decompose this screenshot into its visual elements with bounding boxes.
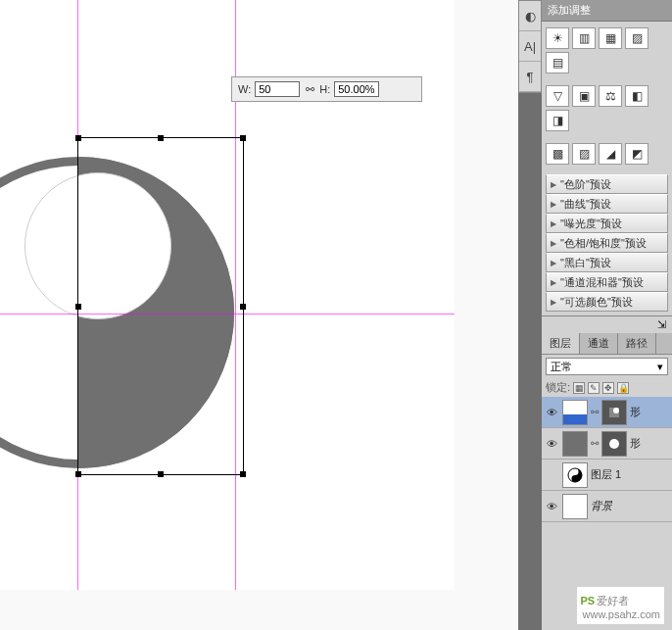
photofilter-icon[interactable]: ◧ (625, 85, 648, 107)
watermark-url: www.psahz.com (583, 608, 660, 620)
height-label: H: (319, 83, 330, 95)
adjustments-header: 添加调整 (542, 0, 672, 22)
paragraph-tab-icon[interactable]: ¶ (519, 62, 541, 92)
svg-point-2 (609, 439, 619, 449)
height-input[interactable] (334, 81, 379, 97)
chevron-right-icon: ▶ (551, 200, 556, 209)
preset-levels[interactable]: ▶"色阶"预设 (546, 174, 668, 194)
character-tab-icon[interactable]: A| (519, 31, 541, 62)
vector-mask[interactable] (601, 400, 627, 425)
lock-transparency-icon[interactable]: ▦ (573, 382, 585, 394)
watermark: PS爱好者 www.psahz.com (577, 587, 664, 624)
handle-n[interactable] (158, 135, 164, 141)
tab-channels[interactable]: 通道 (580, 333, 618, 354)
adjustment-row-1: ☀ ▥ ▦ ▨ ▤ (542, 22, 672, 79)
visibility-icon[interactable]: 👁 (544, 499, 559, 514)
chevron-right-icon: ▶ (551, 219, 556, 228)
lock-position-icon[interactable]: ✥ (602, 382, 614, 394)
expand-icon[interactable]: ⇲ (657, 318, 666, 331)
blend-mode-row: 正常▾ (542, 355, 672, 378)
chevron-right-icon: ▶ (551, 180, 556, 189)
handle-se[interactable] (240, 471, 246, 477)
preset-channelmixer[interactable]: ▶"通道混和器"预设 (546, 272, 668, 292)
width-input[interactable] (255, 81, 300, 97)
layer-list: 👁 ⚯ 形 👁 ⚯ 形 图层 1 👁 背景 (542, 397, 672, 522)
width-label: W: (238, 83, 251, 95)
tab-layers[interactable]: 图层 (542, 333, 580, 354)
colorbalance-icon[interactable]: ▣ (572, 85, 596, 107)
handle-e[interactable] (240, 304, 246, 310)
lock-row: 锁定: ▦ ✎ ✥ 🔒 (542, 378, 672, 397)
panel-dock-strip (518, 93, 542, 630)
link-icon: ⚯ (591, 407, 599, 417)
canvas-area[interactable]: W: ⚯ H: (0, 0, 518, 630)
preset-exposure[interactable]: ▶"曝光度"预设 (546, 214, 668, 233)
layer-row[interactable]: 图层 1 (542, 460, 672, 491)
handle-ne[interactable] (240, 135, 246, 141)
layer-name: 背景 (591, 499, 612, 513)
chevron-right-icon: ▶ (551, 278, 556, 287)
watermark-logo: PS (581, 595, 596, 606)
lock-all-icon[interactable]: 🔒 (617, 382, 629, 394)
preset-list: ▶"色阶"预设 ▶"曲线"预设 ▶"曝光度"预设 ▶"色相/饱和度"预设 ▶"黑… (546, 174, 668, 312)
layer-name: 形 (630, 405, 641, 419)
levels-icon[interactable]: ▥ (572, 27, 596, 49)
layer-row[interactable]: 👁 ⚯ 形 (542, 428, 672, 460)
gradientmap-icon[interactable]: ◩ (625, 143, 648, 165)
layers-tabs: 图层 通道 路径 (542, 333, 672, 355)
layer-thumb[interactable] (562, 462, 588, 488)
exposure-icon[interactable]: ▨ (625, 27, 648, 49)
blend-mode-select[interactable]: 正常▾ (546, 358, 668, 375)
handle-nw[interactable] (75, 135, 81, 141)
hue-icon[interactable]: ▽ (546, 85, 569, 107)
posterize-icon[interactable]: ▨ (572, 143, 596, 165)
brightness-icon[interactable]: ☀ (546, 27, 569, 49)
preset-bw[interactable]: ▶"黑白"预设 (546, 253, 668, 272)
layer-row[interactable]: 👁 背景 (542, 491, 672, 522)
vector-mask[interactable] (601, 431, 627, 457)
layer-name: 形 (630, 436, 641, 451)
adjustments-footer: ⇲ (542, 315, 672, 333)
visibility-icon[interactable]: 👁 (544, 405, 559, 420)
lock-label: 锁定: (546, 380, 570, 395)
svg-point-1 (613, 408, 619, 413)
invert-icon[interactable]: ▩ (546, 143, 569, 165)
chevron-right-icon: ▶ (551, 259, 556, 267)
layer-name: 图层 1 (591, 467, 621, 482)
adjustment-row-3: ▩ ▨ ◢ ◩ (542, 137, 672, 170)
channelmixer-icon[interactable]: ◨ (546, 110, 569, 131)
threshold-icon[interactable]: ◢ (599, 143, 622, 165)
link-icon: ⚯ (591, 438, 599, 449)
transform-options: W: ⚯ H: (231, 76, 422, 102)
collapsed-panels: ◐ A| ¶ (518, 0, 542, 93)
visibility-icon[interactable]: 👁 (544, 436, 559, 452)
curves-icon[interactable]: ▦ (599, 27, 622, 49)
link-icon[interactable]: ⚯ (304, 81, 315, 97)
chevron-right-icon: ▶ (551, 239, 556, 248)
bw-icon[interactable]: ⚖ (599, 85, 622, 107)
preset-selectivecolor[interactable]: ▶"可选颜色"预设 (546, 292, 668, 312)
panel-stack: 添加调整 ☀ ▥ ▦ ▨ ▤ ▽ ▣ ⚖ ◧ ◨ ▩ ▨ ◢ ◩ ▶"色阶"预设… (542, 0, 672, 630)
tab-paths[interactable]: 路径 (618, 333, 656, 354)
adjustment-row-2: ▽ ▣ ⚖ ◧ ◨ (542, 79, 672, 137)
chevron-right-icon: ▶ (551, 298, 556, 307)
preset-curves[interactable]: ▶"曲线"预设 (546, 194, 668, 214)
histogram-tab-icon[interactable]: ◐ (519, 1, 541, 31)
transform-bounds[interactable] (77, 137, 244, 475)
chevron-down-icon: ▾ (657, 361, 663, 373)
layer-row[interactable]: 👁 ⚯ 形 (542, 397, 672, 428)
lock-pixels-icon[interactable]: ✎ (588, 382, 600, 394)
handle-sw[interactable] (75, 471, 81, 477)
layer-thumb[interactable] (562, 400, 588, 425)
handle-w[interactable] (75, 304, 81, 310)
watermark-text: 爱好者 (597, 595, 629, 606)
preset-hue[interactable]: ▶"色相/饱和度"预设 (546, 233, 668, 253)
vibrance-icon[interactable]: ▤ (546, 52, 569, 73)
layer-thumb[interactable] (562, 494, 588, 519)
visibility-icon[interactable] (544, 467, 559, 483)
handle-s[interactable] (158, 471, 164, 477)
layer-thumb[interactable] (562, 431, 588, 457)
